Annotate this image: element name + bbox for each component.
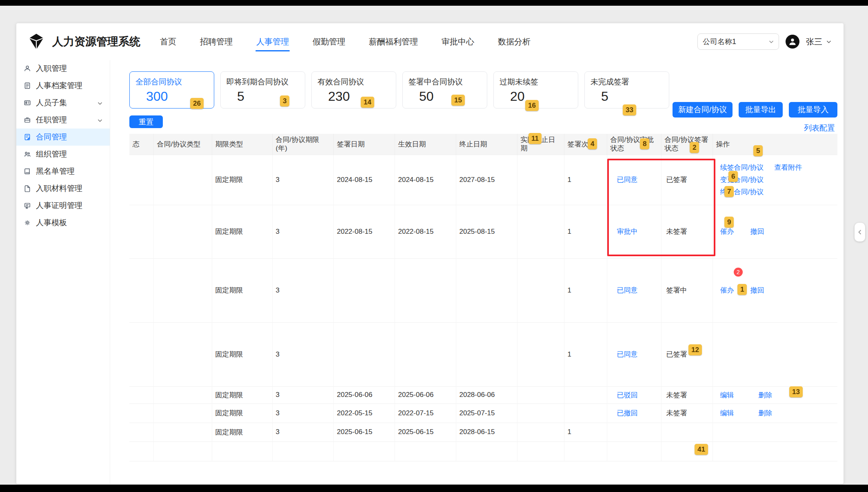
stat-card-title: 有效合同协议 bbox=[317, 77, 390, 87]
sidebar-item-label: 入职材料管理 bbox=[36, 183, 82, 194]
approval-status-link[interactable]: 已驳回 bbox=[617, 391, 638, 399]
stat-card-value: 20 bbox=[510, 89, 572, 104]
stat-card-expired-unrenewed[interactable]: 过期未续签 20 bbox=[493, 71, 578, 109]
approval-status-link[interactable]: 已同意 bbox=[617, 176, 638, 184]
stat-card-expiring[interactable]: 即将到期合同协议 5 bbox=[220, 71, 305, 109]
user-name: 张三 bbox=[806, 36, 822, 47]
stat-card-title: 未完成签署 bbox=[591, 77, 663, 87]
col-effective-date: 生效日期 bbox=[395, 134, 456, 155]
create-contract-button[interactable]: 新建合同/协议 bbox=[673, 102, 733, 117]
nav-analytics[interactable]: 数据分析 bbox=[497, 31, 531, 52]
nav-recruit[interactable]: 招聘管理 bbox=[199, 31, 233, 52]
op-edit-link[interactable]: 编辑 bbox=[720, 408, 734, 418]
col-actual-end-date: 实际终止日期 bbox=[517, 134, 564, 155]
stat-card-signing[interactable]: 签署中合同协议 50 bbox=[402, 71, 487, 109]
approval-status-link[interactable]: 已同意 bbox=[617, 286, 638, 294]
sidebar-item-hr-certificates[interactable]: 人事证明管理 bbox=[16, 197, 110, 214]
panel-collapse-button[interactable] bbox=[855, 223, 865, 242]
stat-card-valid[interactable]: 有效合同协议 230 bbox=[311, 71, 396, 109]
sidebar-item-label: 黑名单管理 bbox=[36, 166, 75, 177]
col-contract-type: 合同/协议类型 bbox=[153, 134, 212, 155]
stat-card-title: 签署中合同协议 bbox=[408, 77, 481, 87]
sidebar-item-org-mgmt[interactable]: 组织管理 bbox=[16, 146, 110, 163]
op-withdraw-link[interactable]: 撤回 bbox=[750, 227, 764, 236]
sidebar-item-label: 任职管理 bbox=[36, 115, 67, 125]
sidebar-item-onboarding[interactable]: 入职管理 bbox=[16, 60, 110, 77]
op-delete-link[interactable]: 删除 bbox=[759, 390, 773, 400]
user-menu[interactable]: 张三 bbox=[806, 36, 831, 47]
chevron-down-icon[interactable] bbox=[98, 98, 102, 107]
nav-approval[interactable]: 审批中心 bbox=[441, 31, 475, 52]
nav-home[interactable]: 首页 bbox=[159, 31, 177, 52]
op-renew-link[interactable]: 续签合同/协议 bbox=[720, 163, 764, 172]
stat-card-all-contracts[interactable]: 全部合同协议 300 bbox=[129, 71, 214, 109]
table-row bbox=[129, 441, 837, 461]
stat-card-value: 50 bbox=[419, 89, 481, 104]
op-urge-link[interactable]: 催办 bbox=[720, 227, 734, 236]
stat-card-unfinished-signing[interactable]: 未完成签署 5 bbox=[584, 71, 669, 109]
chevron-down-icon bbox=[826, 40, 831, 44]
table-row: 固定期限 3 2025-06-15 2025-06-15 2028-06-15 … bbox=[129, 423, 837, 441]
template-gear-icon bbox=[24, 219, 31, 226]
chevron-down-icon[interactable] bbox=[98, 115, 102, 124]
approval-status-link[interactable]: 审批中 bbox=[617, 228, 638, 235]
org-icon bbox=[24, 151, 31, 158]
sidebar-item-label: 人事档案管理 bbox=[36, 80, 82, 91]
bottom-black-bar bbox=[0, 485, 868, 492]
contracts-table: 态 合同/协议类型 期限类型 合同/协议期限(年) 签署日期 生效日期 终止日期… bbox=[129, 134, 837, 461]
op-withdraw-link[interactable]: 撤回 bbox=[750, 286, 764, 295]
table-row: 固定期限 3 2022-05-15 2022-07-15 2025-07-15 … bbox=[129, 403, 837, 423]
id-card-icon bbox=[24, 99, 31, 106]
op-delete-link[interactable]: 删除 bbox=[759, 408, 773, 418]
stat-cards: 全部合同协议 300 即将到期合同协议 5 有效合同协议 230 签署中合同协议… bbox=[129, 71, 669, 109]
user-avatar-icon[interactable] bbox=[786, 35, 799, 49]
nav-attendance[interactable]: 假勤管理 bbox=[312, 31, 346, 52]
sidebar-item-label: 入职管理 bbox=[36, 63, 67, 74]
company-select-value: 公司名称1 bbox=[703, 37, 736, 47]
batch-import-button[interactable]: 批量导入 bbox=[789, 102, 837, 117]
col-sign-count: 签署次数 bbox=[564, 134, 607, 155]
op-view-attachment-link[interactable]: 查看附件 bbox=[774, 163, 802, 172]
sidebar: 入职管理 人事档案管理 人员子集 任职管理 bbox=[16, 60, 110, 484]
stat-card-title: 全部合同协议 bbox=[135, 77, 208, 87]
table-header-row: 态 合同/协议类型 期限类型 合同/协议期限(年) 签署日期 生效日期 终止日期… bbox=[129, 134, 837, 155]
table-row: 固定期限 3 2025-06-06 2025-06-06 2028-06-06 … bbox=[129, 386, 837, 403]
screen: 人力资源管理系统 首页 招聘管理 人事管理 假勤管理 薪酬福利管理 审批中心 数… bbox=[0, 0, 868, 492]
approval-status-link[interactable]: 已同意 bbox=[617, 350, 638, 358]
stat-card-value: 5 bbox=[601, 89, 663, 104]
sidebar-item-onboarding-materials[interactable]: 入职材料管理 bbox=[16, 180, 110, 197]
sidebar-item-position-mgmt[interactable]: 任职管理 bbox=[16, 111, 110, 129]
top-nav: 首页 招聘管理 人事管理 假勤管理 薪酬福利管理 审批中心 数据分析 bbox=[159, 31, 531, 52]
sidebar-item-contract-mgmt[interactable]: 合同管理 bbox=[16, 129, 110, 146]
blacklist-book-icon bbox=[24, 168, 31, 175]
op-edit-link[interactable]: 编辑 bbox=[720, 390, 734, 400]
person-icon bbox=[24, 65, 31, 72]
approval-status-link[interactable]: 已撤回 bbox=[617, 409, 638, 417]
list-config-link[interactable]: 列表配置 bbox=[804, 123, 835, 133]
reset-button[interactable]: 重置 bbox=[129, 115, 163, 128]
sidebar-item-label: 人员子集 bbox=[36, 98, 67, 108]
col-term-years: 合同/协议期限(年) bbox=[272, 134, 333, 155]
op-urge-link[interactable]: 催办 bbox=[720, 286, 734, 295]
company-select[interactable]: 公司名称1 bbox=[697, 33, 779, 50]
sidebar-item-label: 合同管理 bbox=[36, 132, 67, 142]
sidebar-item-blacklist[interactable]: 黑名单管理 bbox=[16, 163, 110, 180]
app-title: 人力资源管理系统 bbox=[52, 34, 140, 49]
sidebar-item-hr-templates[interactable]: 人事模板 bbox=[16, 214, 110, 231]
sidebar-item-label: 组织管理 bbox=[36, 149, 67, 160]
col-end-date: 终止日期 bbox=[456, 134, 517, 155]
stat-card-value: 230 bbox=[328, 89, 390, 104]
nav-hr[interactable]: 人事管理 bbox=[255, 31, 290, 52]
batch-export-button[interactable]: 批量导出 bbox=[739, 102, 783, 117]
col-sign-status: 合同/协议签署状态 bbox=[661, 134, 713, 155]
table-row: 固定期限 3 1 已同意 已签署 bbox=[129, 322, 837, 386]
op-modify-link[interactable]: 变更合同/协议 bbox=[720, 175, 764, 184]
nav-payroll[interactable]: 薪酬福利管理 bbox=[368, 31, 419, 52]
sidebar-item-personnel-files[interactable]: 人事档案管理 bbox=[16, 77, 110, 94]
table-row: 固定期限 3 2024-08-15 2024-08-15 2027-08-15 … bbox=[129, 155, 837, 205]
sidebar-item-person-subset[interactable]: 人员子集 bbox=[16, 94, 110, 111]
material-file-icon bbox=[24, 185, 31, 192]
op-terminate-link[interactable]: 终止合同/协议 bbox=[720, 187, 764, 197]
header-right: 公司名称1 张三 bbox=[697, 33, 831, 50]
col-sign-date: 签署日期 bbox=[333, 134, 395, 155]
